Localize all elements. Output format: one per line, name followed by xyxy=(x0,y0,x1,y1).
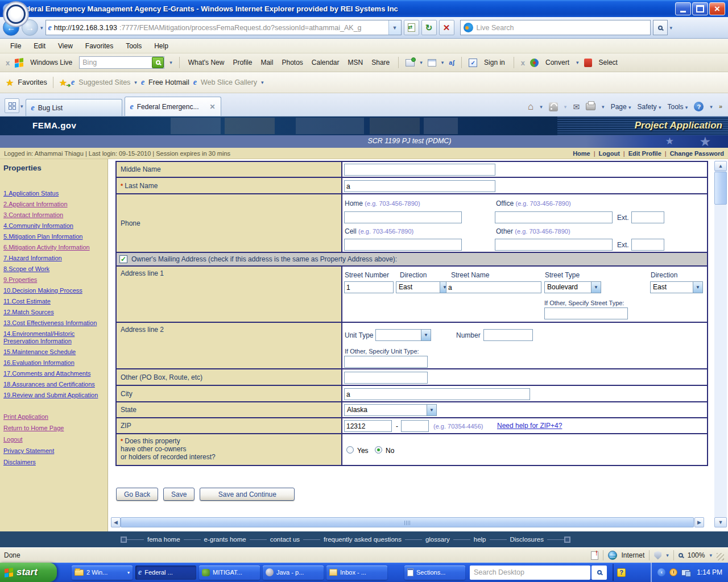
start-button[interactable]: start xyxy=(0,563,57,582)
mailing-address-checkbox[interactable] xyxy=(119,255,127,263)
printer-icon[interactable] xyxy=(586,103,595,110)
footer-link-disclosures[interactable]: Disclosures xyxy=(507,536,547,543)
quick-tabs-button[interactable] xyxy=(5,98,19,113)
menu-help[interactable]: Help xyxy=(148,40,174,52)
tab-list-dropdown-icon[interactable] xyxy=(20,103,23,109)
safety-menu-button[interactable]: Safety xyxy=(638,103,661,111)
menu-edit[interactable]: Edit xyxy=(28,40,51,52)
tab-close-icon[interactable] xyxy=(209,103,215,111)
favorites-button[interactable]: Favorites xyxy=(18,78,47,86)
bing-go-button[interactable] xyxy=(152,57,164,68)
protected-mode-dropdown-icon[interactable] xyxy=(666,552,669,558)
sidebar-item-match-sources[interactable]: 12.Match Sources xyxy=(3,309,105,316)
restore-button[interactable] xyxy=(692,2,708,15)
search-go-button[interactable] xyxy=(653,20,668,35)
direction2-select[interactable]: East xyxy=(650,281,703,293)
tab-bug-list[interactable]: Bug List xyxy=(26,99,122,116)
save-and-continue-button[interactable]: Save and Continue xyxy=(200,488,295,501)
sidebar-link-disclaimers[interactable]: Disclaimers xyxy=(3,459,105,466)
refresh-button[interactable] xyxy=(421,20,437,35)
taskbar-item-sections[interactable]: Sections... xyxy=(404,566,465,580)
taskbar-item-java[interactable]: Java - p... xyxy=(263,566,324,580)
live-share[interactable]: Share xyxy=(370,59,391,66)
live-whats-new[interactable]: What's New xyxy=(187,59,226,66)
street-number-input[interactable] xyxy=(344,281,394,293)
select-link[interactable]: Select xyxy=(597,59,621,66)
home-phone-input[interactable] xyxy=(344,211,462,223)
sidebar-item-evaluation-information[interactable]: 16.Evaluation Information xyxy=(3,359,105,367)
translate-icon[interactable] xyxy=(449,59,454,66)
stop-button[interactable] xyxy=(439,20,454,35)
sidebar-item-hazard-information[interactable]: 7.Hazard Information xyxy=(3,255,105,262)
page-menu-button[interactable]: Page xyxy=(611,103,631,111)
toolbar-close-icon[interactable] xyxy=(6,59,10,67)
tray-help-icon[interactable] xyxy=(617,568,626,577)
grid-dropdown-icon[interactable] xyxy=(441,60,444,65)
taskbar-item-windows-group[interactable]: 2 Win... xyxy=(72,566,133,580)
live-mail[interactable]: Mail xyxy=(259,59,275,66)
unit-number-input[interactable] xyxy=(483,329,533,341)
sidebar-item-scope-of-work[interactable]: 8.Scope of Work xyxy=(3,265,105,273)
menu-favorites[interactable]: Favorites xyxy=(80,40,119,52)
sidebar-item-properties[interactable]: 9.Properties xyxy=(3,276,105,284)
tools-menu-button[interactable]: Tools xyxy=(667,103,688,111)
minimize-button[interactable] xyxy=(675,2,691,15)
header-link-home[interactable]: Home xyxy=(573,150,590,157)
other-ext-input[interactable] xyxy=(631,239,664,251)
live-search-box[interactable]: Live Search xyxy=(460,20,651,35)
header-link-logout[interactable]: Logout xyxy=(599,150,620,157)
live-photos[interactable]: Photos xyxy=(280,59,304,66)
footer-link-help[interactable]: help xyxy=(470,536,490,543)
sidebar-item-applicant-information[interactable]: 2.Applicant Information xyxy=(3,201,105,208)
menu-file[interactable]: File xyxy=(5,40,27,52)
sidebar-item-comments-and-attachments[interactable]: 17.Comments and Attachments xyxy=(3,370,105,377)
sidebar-item-community-information[interactable]: 4.Community Information xyxy=(3,222,105,230)
zip-plus4-input[interactable] xyxy=(401,420,429,432)
unit-type-select[interactable] xyxy=(375,329,431,341)
desktop-search-button[interactable] xyxy=(592,566,607,580)
taskbar-item-federal[interactable]: Federal ... xyxy=(135,566,196,580)
footer-link-fema-home[interactable]: fema home xyxy=(144,536,184,543)
suggested-sites-dropdown-icon[interactable] xyxy=(134,80,137,85)
coowners-no-radio[interactable] xyxy=(375,446,382,454)
home-dropdown-icon[interactable] xyxy=(540,104,543,110)
sidebar-link-return-home[interactable]: Return to Home Page xyxy=(3,425,105,432)
scroll-left-button[interactable] xyxy=(111,517,121,527)
go-back-button[interactable]: Go Back xyxy=(116,488,158,501)
bing-dropdown-icon[interactable] xyxy=(169,60,172,65)
tab-federal-emergency[interactable]: Federal Emergenc... xyxy=(125,97,221,116)
convert-link[interactable]: Convert xyxy=(544,59,571,66)
last-name-input[interactable] xyxy=(344,180,495,192)
zoom-level[interactable]: 100% xyxy=(688,551,705,559)
desktop-search-input[interactable]: Search Desktop xyxy=(470,566,590,580)
sidebar-item-review-and-submit[interactable]: 19.Review and Submit Application xyxy=(3,392,105,399)
scroll-down-button[interactable] xyxy=(714,517,727,527)
sidebar-item-mitigation-activity-information[interactable]: 6.Mitigation Activity Information xyxy=(3,244,105,251)
state-select[interactable]: Alaska xyxy=(344,404,437,416)
footer-link-faq[interactable]: frequently asked questions xyxy=(320,536,405,543)
tray-network-icon[interactable] xyxy=(681,569,690,576)
live-calendar[interactable]: Calendar xyxy=(310,59,341,66)
vertical-scroll-thumb[interactable] xyxy=(714,172,727,205)
footer-link-egrants-home[interactable]: e-grants home xyxy=(201,536,250,543)
help-dropdown-icon[interactable] xyxy=(710,104,713,110)
sidebar-item-assurances-and-certifications[interactable]: 18.Assurances and Certifications xyxy=(3,381,105,388)
menu-tools[interactable]: Tools xyxy=(120,40,147,52)
tray-collapse-icon[interactable] xyxy=(657,568,665,576)
zip-help-link[interactable]: Need help for ZIP+4? xyxy=(497,422,562,430)
footer-link-glossary[interactable]: glossary xyxy=(422,536,453,543)
compatibility-view-button[interactable] xyxy=(404,20,419,35)
photo-dropdown-icon[interactable] xyxy=(420,60,423,65)
street-name-input[interactable] xyxy=(446,281,541,293)
footer-link-contact-us[interactable]: contact us xyxy=(267,536,303,543)
print-dropdown-icon[interactable] xyxy=(602,104,605,110)
taskbar-clock[interactable]: 1:14 PM xyxy=(697,568,722,576)
free-hotmail-link[interactable]: Free Hotmail xyxy=(148,78,189,86)
sign-in-link[interactable]: Sign in xyxy=(482,59,507,66)
city-input[interactable] xyxy=(344,388,530,400)
rss-feed-icon[interactable] xyxy=(549,102,558,111)
zip-input[interactable] xyxy=(344,420,392,432)
street-type-select[interactable]: Boulevard xyxy=(544,281,601,293)
photo-pin-icon[interactable] xyxy=(406,59,415,66)
direction-select[interactable]: East xyxy=(396,281,450,293)
